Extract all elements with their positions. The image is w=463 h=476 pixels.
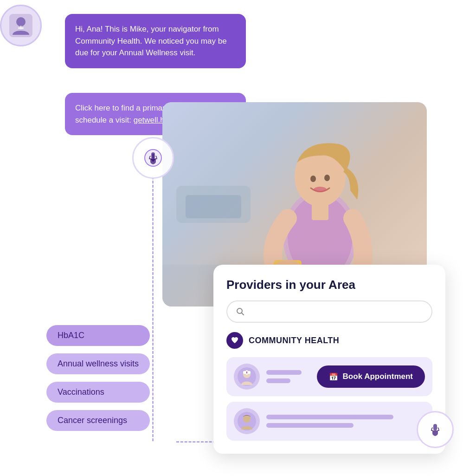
svg-point-14 <box>310 176 316 182</box>
tap-icon-chat <box>132 137 174 179</box>
svg-rect-23 <box>246 372 247 373</box>
svg-point-16 <box>314 187 327 192</box>
doctor-row-2 <box>226 402 432 441</box>
pill-list: HbA1C Annual wellness visits Vaccination… <box>46 325 150 431</box>
search-bar[interactable] <box>226 300 432 323</box>
svg-point-15 <box>324 175 330 181</box>
doctor-avatar-2 <box>234 408 260 434</box>
doctor-avatar-1 <box>234 364 260 390</box>
heart-icon-circle <box>226 332 243 349</box>
pill-cancer-screenings: Cancer screenings <box>46 410 150 431</box>
svg-rect-7 <box>186 195 241 218</box>
svg-rect-5 <box>151 152 155 159</box>
pill-hba1c: HbA1C <box>46 325 150 346</box>
doctor-face-icon-1 <box>238 367 256 386</box>
provider-card-title: Providers in your Area <box>226 278 432 292</box>
tap-icon-bottom-right <box>417 411 454 448</box>
chat-bubble-1: Hi, Ana! This is Mike, your navigator fr… <box>65 14 246 68</box>
svg-point-1 <box>16 17 26 26</box>
search-icon <box>236 307 245 316</box>
community-health-label: COMMUNITY HEALTH <box>249 336 339 346</box>
heart-icon <box>230 336 239 345</box>
search-input[interactable] <box>250 307 423 316</box>
book-appointment-button[interactable]: 📅 Book Appointment <box>317 365 425 388</box>
pill-annual-wellness: Annual wellness visits <box>46 353 150 374</box>
doctor-row-1: 📅 Book Appointment <box>226 357 432 396</box>
pill-vaccinations: Vaccinations <box>46 382 150 403</box>
finger-cursor-icon-br <box>425 419 445 440</box>
doctor-specialty-bar <box>266 378 290 383</box>
svg-rect-3 <box>20 26 21 29</box>
doctor-name-bar-2 <box>266 415 393 419</box>
calendar-icon: 📅 <box>329 372 338 381</box>
doctor-info-lines-1 <box>266 370 310 383</box>
dotted-vertical-line <box>152 176 154 441</box>
finger-cursor-icon <box>143 148 163 168</box>
doctor-info-lines-2 <box>266 415 425 428</box>
svg-rect-26 <box>433 424 437 430</box>
doctor-icon <box>7 12 35 39</box>
doctor-name-bar <box>266 370 302 375</box>
avatar <box>0 5 42 46</box>
community-health-row: COMMUNITY HEALTH <box>226 332 432 349</box>
svg-point-25 <box>243 415 251 423</box>
provider-card: Providers in your Area COMMUNITY HEALTH <box>213 265 445 454</box>
doctor-specialty-bar-2 <box>266 423 354 428</box>
svg-rect-17 <box>312 203 328 220</box>
doctor-face-icon-2 <box>238 412 256 430</box>
